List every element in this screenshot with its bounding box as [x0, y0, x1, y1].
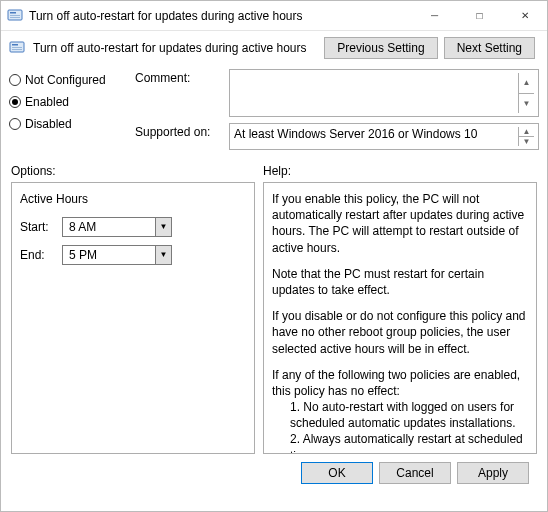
radio-label: Enabled: [25, 95, 69, 109]
help-column: Help: If you enable this policy, the PC …: [263, 164, 537, 454]
supported-field: At least Windows Server 2016 or Windows …: [229, 123, 539, 150]
help-paragraph: If you disable or do not configure this …: [272, 308, 528, 357]
apply-button[interactable]: Apply: [457, 462, 529, 484]
svg-rect-3: [10, 17, 20, 18]
ok-button[interactable]: OK: [301, 462, 373, 484]
window-controls: ─ □ ✕: [412, 1, 547, 30]
nav-buttons: Previous Setting Next Setting: [324, 37, 539, 59]
help-panel: If you enable this policy, the PC will n…: [263, 182, 537, 454]
policy-icon: [9, 40, 25, 56]
spin-up-icon[interactable]: ▲: [518, 73, 534, 94]
spin-down-icon[interactable]: ▼: [518, 94, 534, 114]
maximize-button[interactable]: □: [457, 1, 502, 30]
svg-rect-7: [12, 49, 22, 50]
radio-not-configured[interactable]: Not Configured: [9, 73, 129, 87]
radio-label: Not Configured: [25, 73, 106, 87]
start-row: Start: 8 AM ▼: [20, 217, 246, 237]
help-label: Help:: [263, 164, 537, 178]
spin-down-icon[interactable]: ▼: [518, 137, 534, 146]
options-label: Options:: [11, 164, 255, 178]
supported-row: Supported on: At least Windows Server 20…: [135, 123, 539, 150]
cancel-button[interactable]: Cancel: [379, 462, 451, 484]
svg-rect-5: [12, 44, 18, 46]
start-combo[interactable]: 8 AM ▼: [62, 217, 172, 237]
end-combo[interactable]: 5 PM ▼: [62, 245, 172, 265]
radio-icon: [9, 74, 21, 86]
title-bar: Turn off auto-restart for updates during…: [1, 1, 547, 31]
next-setting-button[interactable]: Next Setting: [444, 37, 535, 59]
chevron-down-icon: ▼: [155, 218, 171, 236]
radio-enabled[interactable]: Enabled: [9, 95, 129, 109]
help-list-item: 1. No auto-restart with logged on users …: [272, 399, 528, 431]
options-group-title: Active Hours: [20, 191, 246, 207]
end-row: End: 5 PM ▼: [20, 245, 246, 265]
policy-icon: [7, 8, 23, 24]
help-paragraph: If any of the following two policies are…: [272, 367, 528, 399]
spin-buttons: ▲ ▼: [518, 127, 534, 146]
supported-label: Supported on:: [135, 123, 225, 139]
window-title: Turn off auto-restart for updates during…: [29, 9, 412, 23]
end-label: End:: [20, 247, 56, 263]
comment-value: [234, 73, 518, 113]
state-column: Not Configured Enabled Disabled: [9, 69, 129, 156]
chevron-down-icon: ▼: [155, 246, 171, 264]
svg-rect-6: [12, 47, 22, 48]
spin-buttons: ▲ ▼: [518, 73, 534, 113]
content-area: Turn off auto-restart for updates during…: [1, 31, 547, 492]
radio-icon: [9, 118, 21, 130]
form-area: Not Configured Enabled Disabled Comment:…: [9, 69, 539, 156]
end-value: 5 PM: [69, 247, 97, 263]
dialog-footer: OK Cancel Apply: [9, 454, 539, 484]
help-paragraph: Note that the PC must restart for certai…: [272, 266, 528, 298]
svg-rect-1: [10, 12, 16, 14]
options-panel: Active Hours Start: 8 AM ▼ End: 5 PM ▼: [11, 182, 255, 454]
previous-setting-button[interactable]: Previous Setting: [324, 37, 437, 59]
radio-label: Disabled: [25, 117, 72, 131]
comment-label: Comment:: [135, 69, 225, 85]
fields-column: Comment: ▲ ▼ Supported on: At least Wind…: [135, 69, 539, 156]
close-button[interactable]: ✕: [502, 1, 547, 30]
minimize-button[interactable]: ─: [412, 1, 457, 30]
help-paragraph: If you enable this policy, the PC will n…: [272, 191, 528, 256]
help-list-item: 2. Always automatically restart at sched…: [272, 431, 528, 454]
svg-rect-2: [10, 15, 20, 16]
options-column: Options: Active Hours Start: 8 AM ▼ End:…: [11, 164, 255, 454]
header-row: Turn off auto-restart for updates during…: [9, 37, 539, 59]
comment-row: Comment: ▲ ▼: [135, 69, 539, 117]
spin-up-icon[interactable]: ▲: [518, 127, 534, 137]
close-icon: ✕: [521, 10, 529, 21]
split-panels: Options: Active Hours Start: 8 AM ▼ End:…: [9, 164, 539, 454]
minimize-icon: ─: [431, 10, 438, 21]
radio-icon: [9, 96, 21, 108]
maximize-icon: □: [476, 10, 482, 21]
supported-value: At least Windows Server 2016 or Windows …: [234, 127, 518, 146]
start-label: Start:: [20, 219, 56, 235]
comment-field[interactable]: ▲ ▼: [229, 69, 539, 117]
start-value: 8 AM: [69, 219, 96, 235]
radio-disabled[interactable]: Disabled: [9, 117, 129, 131]
policy-heading: Turn off auto-restart for updates during…: [33, 41, 316, 55]
